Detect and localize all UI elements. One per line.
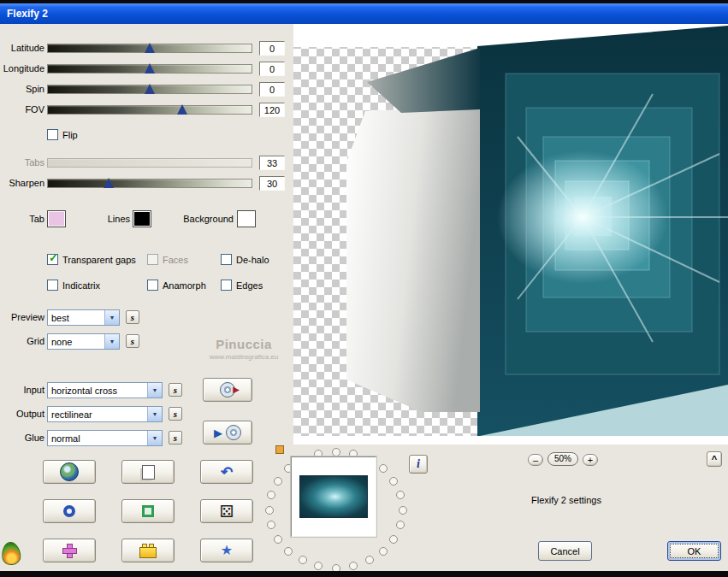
longitude-slider[interactable] <box>47 64 252 74</box>
preview-pane[interactable] <box>293 24 728 445</box>
edges-checkbox[interactable] <box>221 280 232 291</box>
input-select-value: horizontal cross <box>48 386 147 396</box>
fov-slider-thumb[interactable] <box>177 104 187 115</box>
output-select[interactable]: rectilinear ▼ <box>47 406 163 422</box>
copy-page-icon <box>142 465 155 480</box>
preview-select-label: Preview <box>0 312 44 323</box>
longitude-label: Longitude <box>0 63 44 74</box>
dehalo-checkbox[interactable] <box>221 254 232 265</box>
anamorph-label: Anamorph <box>163 280 206 291</box>
window-title: Flexify 2 <box>7 8 48 20</box>
zoom-level: 50% <box>547 452 578 466</box>
preview-s-button[interactable]: s <box>126 310 139 324</box>
chevron-down-icon[interactable]: ▼ <box>104 334 119 349</box>
chevron-down-icon[interactable]: ▼ <box>147 383 162 397</box>
square-button[interactable] <box>121 499 175 523</box>
load-settings-button[interactable]: ▶ <box>203 378 252 402</box>
latitude-slider-thumb[interactable] <box>145 43 155 53</box>
play-icon: ▶ <box>233 386 240 394</box>
tabs-label: Tabs <box>0 157 44 168</box>
sharpen-value-input[interactable] <box>259 176 285 191</box>
random-button[interactable]: ⚄ <box>200 499 253 523</box>
tabs-slider <box>47 158 252 168</box>
indicatrix-label: Indicatrix <box>62 280 100 291</box>
cancel-button[interactable]: Cancel <box>538 541 592 561</box>
chevron-down-icon[interactable]: ▼ <box>147 407 162 421</box>
dial-dot <box>314 562 323 570</box>
anamorph-checkbox[interactable] <box>147 280 158 291</box>
input-s-button[interactable]: s <box>169 383 182 397</box>
gem-button[interactable]: ★ <box>200 539 253 562</box>
input-select[interactable]: horizontal cross ▼ <box>47 382 163 398</box>
caret-up-icon: ^ <box>712 456 717 462</box>
preview-thumbnail[interactable] <box>291 456 376 537</box>
zoom-in-button[interactable]: + <box>583 454 598 466</box>
dial-dot <box>267 491 275 499</box>
cross-icon <box>62 544 77 558</box>
latitude-value-input[interactable] <box>259 41 285 56</box>
longitude-slider-thumb[interactable] <box>145 63 155 74</box>
spin-value-input[interactable] <box>259 82 285 97</box>
ring-button[interactable] <box>43 499 96 523</box>
preview-select[interactable]: best ▼ <box>47 309 120 326</box>
dial-dot <box>399 506 407 515</box>
ring-icon <box>63 505 75 517</box>
background-color-swatch[interactable] <box>237 210 256 227</box>
dial-dot <box>379 547 388 556</box>
tab-color-swatch[interactable] <box>47 210 66 227</box>
check-icon: ✓ <box>49 251 58 264</box>
indicatrix-checkbox[interactable] <box>47 280 58 291</box>
spin-slider[interactable] <box>47 85 252 94</box>
output-s-button[interactable]: s <box>169 407 182 421</box>
output-select-value: rectilinear <box>48 409 147 420</box>
chevron-down-icon[interactable]: ▼ <box>147 431 162 445</box>
dial-dot <box>379 464 388 473</box>
fov-label: FOV <box>0 104 44 115</box>
info-icon: i <box>417 457 420 471</box>
render-button[interactable]: ▶ <box>203 421 252 445</box>
spin-slider-thumb[interactable] <box>145 84 155 94</box>
input-select-label: Input <box>0 385 44 396</box>
undo-arrow-icon: ↶ <box>221 465 233 480</box>
zoom-out-button[interactable]: – <box>528 454 543 466</box>
glue-select[interactable]: normal ▼ <box>47 430 163 446</box>
dial-dot <box>365 556 374 564</box>
thumbnail-image <box>299 475 368 518</box>
fov-slider[interactable] <box>47 105 252 115</box>
dial-dot <box>299 556 307 564</box>
chevron-down-icon[interactable]: ▼ <box>104 310 119 325</box>
latitude-slider[interactable] <box>47 44 252 53</box>
flip-checkbox[interactable] <box>47 129 58 140</box>
settings-caption: Flexify 2 settings <box>489 495 643 505</box>
glue-s-button[interactable]: s <box>169 431 182 445</box>
dial-dot <box>349 562 358 570</box>
longitude-value-input[interactable] <box>259 62 285 76</box>
titlebar[interactable]: Flexify 2 <box>0 3 728 24</box>
output-select-label: Output <box>0 409 44 420</box>
dial-dot <box>267 521 275 529</box>
brick-button[interactable] <box>121 539 175 562</box>
grid-select-label: Grid <box>0 336 44 347</box>
undo-button[interactable]: ↶ <box>200 460 253 484</box>
dial-dot <box>274 535 282 544</box>
copy-button[interactable] <box>121 460 175 484</box>
lines-color-swatch[interactable] <box>133 210 151 227</box>
collapse-button[interactable]: ^ <box>707 451 722 467</box>
grid-select[interactable]: none ▼ <box>47 333 120 350</box>
ok-button[interactable]: OK <box>667 541 721 561</box>
dice-icon: ⚄ <box>220 503 234 520</box>
background-color-label: Background <box>175 214 234 225</box>
info-button[interactable]: i <box>409 455 428 474</box>
faces-checkbox <box>147 254 158 265</box>
square-icon <box>142 505 154 517</box>
window-border-bottom <box>0 571 728 577</box>
globe-button[interactable] <box>43 460 96 484</box>
transparent-gaps-checkbox[interactable]: ✓ <box>47 254 58 265</box>
flame-logo[interactable] <box>2 542 21 565</box>
grid-s-button[interactable]: s <box>126 334 139 348</box>
cross-button[interactable] <box>43 539 96 562</box>
sharpen-slider-thumb[interactable] <box>104 178 114 188</box>
sharpen-slider[interactable] <box>47 179 252 188</box>
fov-value-input[interactable] <box>259 103 285 117</box>
sharpen-label: Sharpen <box>0 178 44 189</box>
